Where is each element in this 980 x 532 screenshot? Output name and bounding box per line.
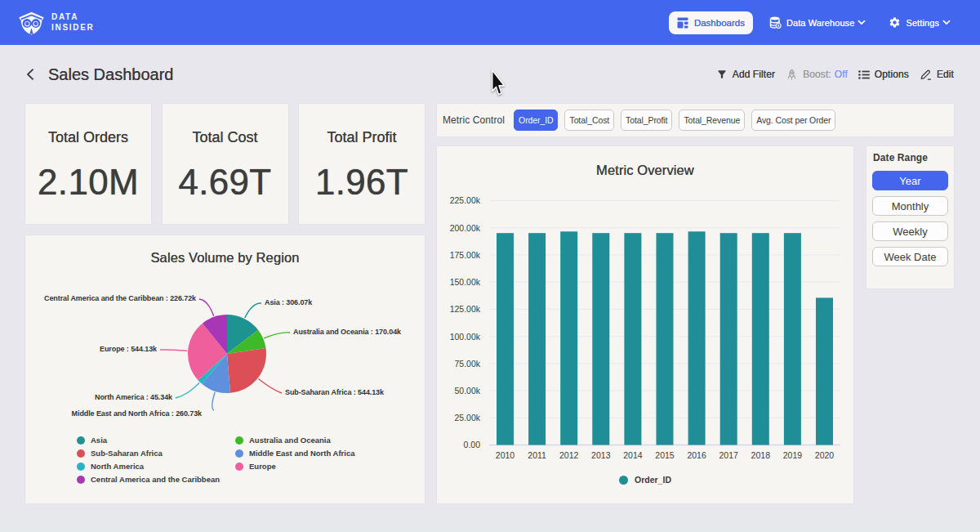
pie-callout-line — [199, 299, 214, 316]
chevron-down-icon — [942, 20, 951, 25]
metric-chip-avg-cost-per-order[interactable]: Avg. Cost per Order — [751, 110, 835, 131]
pie-callout-line — [245, 303, 261, 318]
metric-chip-total-cost[interactable]: Total_Cost — [564, 110, 614, 131]
legend-label: Asia — [91, 436, 107, 445]
pie-callout-line — [264, 333, 290, 338]
legend-label: Order_ID — [635, 475, 671, 485]
legend-dot — [77, 463, 85, 471]
metric-chip-total-profit[interactable]: Total_Profit — [621, 110, 672, 131]
bar-2014[interactable] — [624, 233, 641, 445]
y-tick-label: 75.00k — [454, 359, 480, 369]
pie-slice-sub-saharan-africa[interactable] — [227, 348, 266, 393]
kpi-value: 4.69T — [178, 162, 271, 203]
nav-data-warehouse[interactable]: Data Warehouse — [769, 16, 866, 29]
metric-control-bar: Metric Control Order_IDTotal_CostTotal_P… — [437, 104, 954, 136]
y-tick-label: 100.00k — [450, 332, 481, 342]
pie-legend-item[interactable]: Asia — [77, 436, 107, 445]
bar-2010[interactable] — [497, 233, 514, 445]
pie-callout-line — [176, 382, 199, 398]
pie-legend-item[interactable]: Australia and Oceania — [235, 436, 331, 445]
bar-chart-card: Metric Overview 0.0025.00k50.00k75.00k10… — [437, 146, 853, 503]
options-button[interactable]: Options — [858, 69, 909, 80]
x-tick-label: 2019 — [783, 450, 803, 460]
x-tick-label: 2018 — [751, 450, 771, 460]
metric-chip-total-revenue[interactable]: Total_Revenue — [679, 110, 745, 131]
nav-dashboards-button[interactable]: Dashboards — [669, 11, 753, 34]
brand-line2: INSIDER — [51, 24, 94, 32]
kpi-label: Total Cost — [192, 129, 257, 146]
date-range-label: Date Range — [873, 152, 948, 163]
bar-2011[interactable] — [528, 233, 546, 445]
list-icon — [858, 69, 870, 80]
pie-legend-item[interactable]: Middle East and North Africa — [235, 449, 355, 458]
bar-chart: 0.0025.00k50.00k75.00k100.00k125.00k150.… — [437, 146, 853, 503]
bar-2018[interactable] — [752, 233, 769, 445]
bar-2016[interactable] — [688, 231, 706, 445]
rocket-icon — [786, 69, 798, 81]
x-tick-label: 2012 — [559, 450, 579, 460]
page-header: Sales Dashboard Add Filter — [0, 45, 980, 104]
brand-logo[interactable]: DATA INSIDER — [19, 10, 94, 35]
kpi-card: Total Orders2.10M — [25, 104, 151, 224]
bar-2017[interactable] — [720, 233, 737, 445]
bar-2020[interactable] — [816, 297, 833, 445]
pie-legend-item[interactable]: Central America and the Caribbean — [77, 475, 220, 484]
x-tick-label: 2014 — [623, 450, 643, 460]
page-title: Sales Dashboard — [48, 65, 173, 84]
pie-callout-line — [258, 378, 282, 393]
brand-text: DATA INSIDER — [51, 13, 94, 32]
nav-settings-label: Settings — [906, 18, 939, 28]
chevron-down-icon — [858, 20, 866, 25]
edit-button[interactable]: Edit — [920, 69, 954, 80]
pie-callout-label: Asia : 306.07k — [265, 298, 312, 306]
boost-toggle[interactable]: Boost: Off — [786, 69, 848, 81]
app-window: DATA INSIDER Dashboards — [0, 0, 980, 532]
x-tick-label: 2020 — [815, 450, 835, 460]
nav-settings[interactable]: Settings — [889, 16, 951, 29]
legend-label: Middle East and North Africa — [249, 449, 355, 458]
x-tick-label: 2017 — [719, 450, 739, 460]
gear-icon — [889, 16, 901, 29]
y-tick-label: 125.00k — [450, 304, 481, 314]
legend-label: North America — [91, 462, 144, 471]
legend-dot — [235, 436, 243, 445]
date-range-monthly[interactable]: Monthly — [872, 196, 948, 216]
bar-2013[interactable] — [592, 233, 609, 445]
pie-legend-item[interactable]: North America — [77, 462, 144, 471]
pie-callout-label: North America : 45.34k — [95, 393, 172, 401]
pie-callout-label: Sub-Saharan Africa : 544.13k — [285, 388, 384, 396]
y-tick-label: 0.00 — [464, 440, 481, 449]
bar-2012[interactable] — [560, 231, 577, 445]
date-range-panel: Date Range YearMonthlyWeeklyWeek Date — [866, 146, 954, 288]
dashboard-icon — [677, 17, 688, 29]
database-icon — [769, 16, 782, 29]
y-tick-label: 150.00k — [450, 277, 481, 287]
legend-dot — [619, 476, 628, 485]
date-range-weekly[interactable]: Weekly — [872, 221, 948, 241]
bar-chart-legend: Order_ID — [437, 475, 853, 485]
date-range-buttons: YearMonthlyWeeklyWeek Date — [872, 171, 948, 266]
pie-chart-card: Sales Volume by Region Asia : 306.07kAus… — [25, 235, 425, 503]
x-tick-label: 2016 — [687, 450, 706, 460]
legend-label: Sub-Saharan Africa — [91, 449, 163, 458]
boost-label: Boost: — [803, 69, 831, 80]
add-filter-label: Add Filter — [733, 69, 775, 80]
y-tick-label: 50.00k — [454, 386, 480, 396]
date-range-year[interactable]: Year — [872, 171, 948, 190]
back-icon[interactable] — [25, 68, 35, 81]
legend-dot — [77, 449, 85, 458]
legend-label: Australia and Oceania — [249, 436, 331, 445]
date-range-week-date[interactable]: Week Date — [872, 247, 948, 266]
bar-2019[interactable] — [784, 233, 801, 445]
kpi-card: Total Cost4.69T — [163, 104, 288, 224]
add-filter-button[interactable]: Add Filter — [716, 69, 775, 80]
pie-callout-label: Central America and the Caribbean : 226.… — [44, 294, 196, 302]
metric-chip-order-id[interactable]: Order_ID — [514, 110, 558, 131]
metric-chip-group: Order_IDTotal_CostTotal_ProfitTotal_Reve… — [514, 110, 842, 131]
bar-2015[interactable] — [657, 233, 674, 445]
pie-callout-label: Australia and Oceania : 170.04k — [293, 328, 401, 336]
y-tick-label: 175.00k — [450, 250, 481, 260]
pie-legend-item[interactable]: Sub-Saharan Africa — [77, 449, 163, 458]
pie-chart: Asia : 306.07kAustralia and Oceania : 17… — [25, 235, 425, 503]
pie-legend-item[interactable]: Europe — [235, 462, 276, 471]
